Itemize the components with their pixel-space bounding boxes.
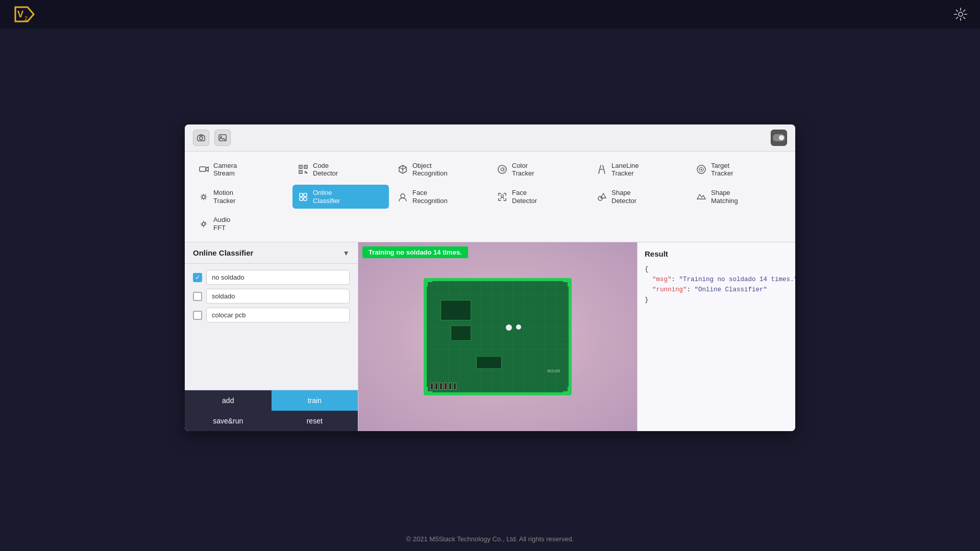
nav-shape-matching-label: ShapeMatching xyxy=(711,189,738,205)
reset-button[interactable]: reset xyxy=(272,411,358,431)
train-button[interactable]: train xyxy=(272,390,358,411)
svg-point-9 xyxy=(779,135,784,140)
object-recognition-icon xyxy=(397,164,408,175)
pcb-chip-2 xyxy=(451,325,471,341)
nav-audio-fft[interactable]: AudioFFT xyxy=(193,212,289,236)
nav-laneline-tracker-label: LaneLineTracker xyxy=(611,162,639,178)
result-json: { "msg": "Training no soldado 14 times."… xyxy=(645,264,788,305)
nav-color-tracker[interactable]: ColorTracker xyxy=(492,158,588,182)
pcb-container: M2sM xyxy=(424,278,572,395)
nav-shape-matching[interactable]: ShapeMatching xyxy=(691,185,787,209)
save-run-button[interactable]: save&run xyxy=(185,411,272,431)
nav-face-recognition[interactable]: FaceRecognition xyxy=(392,185,488,209)
window-toolbar xyxy=(185,124,795,152)
svg-point-28 xyxy=(501,194,504,197)
left-panel: Online Classifier ▼ xyxy=(185,242,358,431)
nav-camera-stream[interactable]: CameraStream xyxy=(193,158,289,182)
result-panel: Result { "msg": "Training no soldado 14 … xyxy=(637,242,795,431)
laneline-tracker-icon xyxy=(596,164,607,175)
face-recognition-icon xyxy=(397,191,408,203)
svg-rect-26 xyxy=(304,197,307,201)
svg-text:2: 2 xyxy=(24,15,28,21)
nav-laneline-tracker[interactable]: LaneLineTracker xyxy=(591,158,688,182)
nav-shape-detector[interactable]: ShapeDetector xyxy=(591,185,688,209)
audio-fft-icon xyxy=(198,218,209,230)
nav-face-detector[interactable]: FaceDetector xyxy=(492,185,588,209)
svg-rect-23 xyxy=(300,193,303,196)
main-area: CameraStream CodeDetector xyxy=(0,29,980,527)
add-button[interactable]: add xyxy=(185,390,272,411)
pcb-chip-1 xyxy=(440,300,471,320)
svg-rect-10 xyxy=(200,167,206,171)
training-message: Training no soldado 14 times. xyxy=(362,246,468,258)
svg-rect-14 xyxy=(300,166,301,167)
nav-area: CameraStream CodeDetector xyxy=(185,152,795,243)
footer: © 2021 M5Stack Technology Co., Ltd. All … xyxy=(0,527,980,551)
class-input-2[interactable] xyxy=(206,289,350,304)
nav-audio-fft-label: AudioFFT xyxy=(213,216,230,232)
panel-title: Online Classifier xyxy=(193,248,253,257)
app-window: CameraStream CodeDetector xyxy=(185,124,795,432)
camera-button[interactable] xyxy=(193,130,209,146)
pcb-dot-2 xyxy=(516,324,521,330)
face-detector-icon xyxy=(497,191,508,203)
copyright-text: © 2021 M5Stack Technology Co., Ltd. All … xyxy=(406,535,574,543)
content-area: Online Classifier ▼ xyxy=(185,242,795,431)
panel-header: Online Classifier ▼ xyxy=(185,242,358,264)
nav-code-detector[interactable]: CodeDetector xyxy=(292,158,389,182)
settings-icon[interactable] xyxy=(953,7,968,21)
class-checkbox-2[interactable] xyxy=(193,292,202,301)
nav-object-recognition-label: ObjectRecognition xyxy=(412,162,448,178)
class-list xyxy=(185,264,358,390)
class-checkbox-3[interactable] xyxy=(193,311,202,320)
class-checkbox-1[interactable] xyxy=(193,273,202,282)
svg-rect-15 xyxy=(305,166,306,167)
pcb-chip-3 xyxy=(476,356,502,369)
nav-code-detector-label: CodeDetector xyxy=(313,162,338,178)
online-classifier-icon xyxy=(298,191,309,203)
nav-color-tracker-label: ColorTracker xyxy=(512,162,534,178)
target-tracker-icon xyxy=(696,164,707,175)
app-logo: V 2 xyxy=(12,2,37,27)
nav-motion-tracker-label: MotionTracker xyxy=(213,189,236,205)
detection-box xyxy=(425,280,570,394)
result-title: Result xyxy=(645,249,788,258)
svg-point-21 xyxy=(701,169,702,170)
motion-tracker-icon xyxy=(198,191,209,203)
class-input-3[interactable] xyxy=(206,308,350,322)
nav-object-recognition[interactable]: ObjectRecognition xyxy=(392,158,488,182)
nav-camera-stream-label: CameraStream xyxy=(213,162,237,178)
code-detector-icon xyxy=(298,164,309,175)
camera-stream-icon xyxy=(198,164,209,175)
nav-online-classifier[interactable]: OnlineClassifier xyxy=(292,185,389,209)
toggle-button[interactable] xyxy=(771,130,787,146)
pcb-dot-1 xyxy=(506,324,512,331)
topbar: V 2 xyxy=(0,0,980,29)
nav-target-tracker-label: TargetTracker xyxy=(711,162,733,178)
image-button[interactable] xyxy=(214,130,231,146)
class-input-1[interactable] xyxy=(206,270,350,285)
shape-matching-icon xyxy=(696,191,707,203)
shape-detector-icon xyxy=(596,191,607,203)
svg-point-27 xyxy=(401,194,405,198)
panel-buttons: add train save&run reset xyxy=(185,390,358,431)
svg-rect-25 xyxy=(300,197,303,201)
svg-point-29 xyxy=(598,196,602,201)
svg-rect-16 xyxy=(300,171,301,172)
nav-face-detector-label: FaceDetector xyxy=(512,189,537,205)
svg-point-7 xyxy=(220,136,222,137)
nav-target-tracker[interactable]: TargetTracker xyxy=(691,158,787,182)
panel-collapse-button[interactable]: ▼ xyxy=(342,249,350,257)
nav-online-classifier-label: OnlineClassifier xyxy=(313,189,340,205)
nav-motion-tracker[interactable]: MotionTracker xyxy=(193,185,289,209)
class-item-3 xyxy=(193,308,350,322)
nav-face-recognition-label: FaceRecognition xyxy=(412,189,448,205)
class-item-1 xyxy=(193,270,350,285)
svg-point-5 xyxy=(200,137,203,140)
class-item-2 xyxy=(193,289,350,304)
svg-point-22 xyxy=(202,195,205,198)
color-tracker-icon xyxy=(497,164,508,175)
nav-shape-detector-label: ShapeDetector xyxy=(611,189,636,205)
camera-view: Training no soldado 14 times. M2sM xyxy=(358,242,637,431)
svg-text:V: V xyxy=(17,9,23,19)
